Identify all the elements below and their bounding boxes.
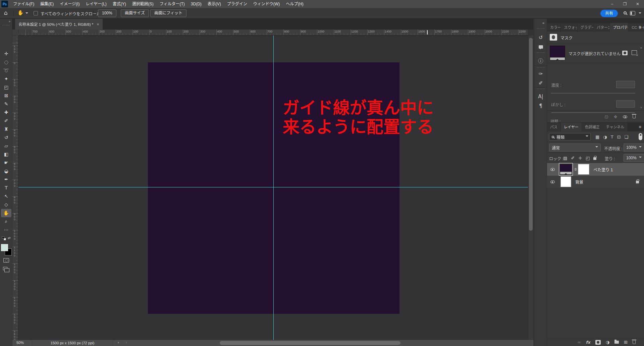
character-panel-icon[interactable]: A| [534,93,547,101]
menu-item-3[interactable]: レイヤー(L) [83,0,109,8]
blend-mode-select[interactable]: 通常 [549,143,601,152]
minimize-button[interactable]: – [606,0,619,8]
clone-stamp-tool[interactable]: ♜ [0,125,12,133]
apply-mask-icon[interactable]: ❖ [613,114,618,119]
hand-tool-options-icon[interactable]: ✋ [17,10,24,16]
menu-item-9[interactable]: プラグイン [224,0,250,8]
delete-mask-icon[interactable] [633,115,636,118]
background-layer-thumbnail[interactable] [560,176,571,187]
screen-mode-button[interactable] [3,267,7,270]
fit-on-screen-button[interactable]: 画面にフィット [150,9,186,17]
zoom-tool[interactable]: ⌕ [0,217,12,226]
horizontal-guide[interactable] [18,187,528,187]
menu-item-5[interactable]: 選択範囲(S) [129,0,157,8]
new-layer-icon[interactable]: ⊞ [624,340,628,345]
menu-item-8[interactable]: 表示(V) [205,0,224,8]
lock-artboard-icon[interactable]: ◰ [586,156,590,161]
collapse-panels-icon[interactable]: « [542,21,544,25]
add-vector-mask-icon[interactable] [632,50,637,55]
add-pixel-mask-icon[interactable] [622,51,628,55]
lock-position-icon[interactable]: ✛ [578,156,582,161]
vertical-guide[interactable] [273,36,274,340]
chevron-down-icon[interactable] [639,12,641,15]
menu-item-11[interactable]: ヘルプ(H) [283,0,307,8]
layer-visibility-toggle[interactable] [547,180,558,183]
grip-handle[interactable] [537,52,545,53]
paragraph-panel-icon[interactable]: ¶ [534,102,547,110]
add-layer-mask-icon[interactable] [595,340,601,345]
dock-tab-1[interactable]: スウォッ [561,23,577,32]
horizontal-ruler[interactable]: 7006005004003002001000100200300400500600… [18,30,528,36]
scroll-up-icon[interactable]: ˄ [640,46,642,50]
filter-adjustment-layers-icon[interactable]: ◑ [603,134,607,139]
layer-locked-icon[interactable] [636,179,639,184]
link-layers-icon[interactable]: ∞ [577,340,581,345]
opacity-field[interactable]: 100% [624,143,644,152]
layer-style-icon[interactable]: fx [586,340,590,345]
dodge-tool[interactable]: ◒ [0,167,12,175]
marquee-tool[interactable]: ◌ [0,58,12,66]
layers-tab-0[interactable]: パス [547,123,560,131]
pen-tool[interactable]: ✒ [0,175,12,184]
filter-toggle-icon[interactable] [639,133,642,140]
mask-link-icon[interactable]: 8 [575,167,577,171]
scroll-all-windows-checkbox[interactable] [34,11,38,15]
tool-presets-panel-icon[interactable]: ✐ [534,79,547,87]
menu-item-2[interactable]: イメージ(I) [57,0,83,8]
status-next-icon[interactable]: › [118,340,119,344]
menu-item-10[interactable]: ウィンドウ(W) [250,0,283,8]
filter-type-layers-icon[interactable]: T [611,134,613,139]
menu-item-1[interactable]: 編集(E) [37,0,57,8]
ruler-corner[interactable] [12,30,18,36]
frame-tool[interactable]: ⊠ [0,92,12,100]
fill-layer-thumbnail[interactable] [560,164,572,175]
default-swap-colors-icon[interactable]: ⇄ [1,236,11,241]
move-tool[interactable]: ✛ [0,50,12,58]
close-button[interactable]: ✕ [631,0,644,8]
lock-transparency-icon[interactable]: ▨ [563,156,567,161]
dock-tab-2[interactable]: グラデー [577,23,593,32]
eraser-tool[interactable]: ▱ [0,142,12,150]
path-selection-tool[interactable]: ↖ [0,192,12,200]
share-button[interactable]: 共有 [600,10,618,17]
filter-pixel-layers-icon[interactable]: ▦ [595,134,599,139]
zoom-level-field[interactable]: 50% [16,341,24,345]
fill-field[interactable]: 100% [624,154,644,162]
foreground-color-swatch[interactable] [1,244,8,251]
dock-tab-0[interactable]: カラー [547,23,560,32]
document-tab[interactable]: 名称未設定 1 @ 50% (べた塗り 1, RGB/8) * × [15,19,103,30]
quick-mask-button[interactable] [3,258,9,263]
menu-item-6[interactable]: フィルター(T) [157,0,188,8]
grip-handle[interactable] [2,25,10,25]
fit-screen-button[interactable]: 画面サイズ [121,9,149,17]
restore-button[interactable]: ❐ [619,0,631,8]
vertical-ruler[interactable]: 1000100200300400500600700800900100011001… [12,36,18,340]
grip-handle[interactable] [537,28,545,29]
layer-name[interactable]: べた塗り 1 [593,167,613,172]
eyedropper-tool[interactable]: ✎ [0,100,12,108]
info-panel-icon[interactable]: ⓘ [534,56,547,64]
new-adjustment-layer-icon[interactable]: ◑ [606,340,609,345]
swap-colors-arrows-icon[interactable]: ⇄ [8,236,10,240]
shape-tool[interactable]: ◇ [0,200,12,209]
mask-visibility-icon[interactable] [623,115,627,118]
layers-tab-2[interactable]: 色調補正 [582,123,603,131]
layer-mask-thumbnail[interactable] [578,164,589,175]
horizontal-scrollbar-thumb[interactable] [220,341,400,345]
expand-tools-icon[interactable]: » [9,20,10,23]
menu-item-0[interactable]: ファイル(F) [10,0,37,8]
scroll-down-icon[interactable]: ˅ [640,106,642,109]
fill-layer-thumbnail[interactable] [550,46,565,60]
brush-tool[interactable]: ✐ [0,117,12,125]
lock-pixels-icon[interactable]: ✐ [571,156,575,161]
filter-shape-layers-icon[interactable]: ⊡ [617,134,621,139]
canvas-viewport[interactable]: ガイド線が真ん中に 来るように配置する [18,36,528,340]
chevron-down-icon[interactable] [25,12,28,15]
filter-smart-objects-icon[interactable]: ❏ [625,134,629,139]
layer-visibility-toggle[interactable] [547,168,558,171]
type-tool[interactable]: T [0,184,12,192]
gradient-tool[interactable]: ◧ [0,150,12,159]
hand-tool[interactable]: ✋ [1,209,11,217]
lock-all-icon[interactable] [593,157,596,160]
load-mask-selection-icon[interactable]: ⊡ [604,114,608,119]
